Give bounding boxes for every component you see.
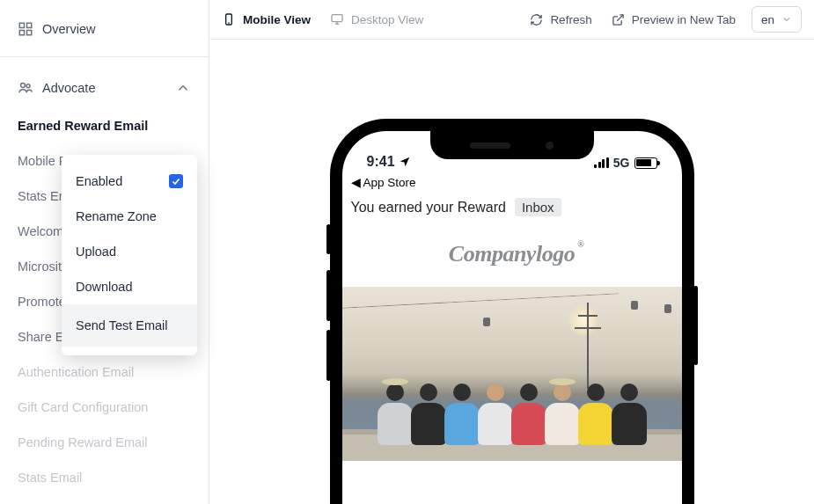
refresh-label: Refresh bbox=[550, 13, 591, 26]
menu-download[interactable]: Download bbox=[62, 269, 197, 304]
mobile-icon bbox=[222, 12, 236, 26]
advocate-label: Advocate bbox=[42, 81, 95, 95]
sidebar-item[interactable]: Authentication Email bbox=[18, 354, 191, 390]
refresh-icon bbox=[530, 13, 543, 26]
phone-volume-up bbox=[326, 270, 331, 321]
menu-rename-label: Rename Zone bbox=[76, 209, 157, 223]
menu-send-test-email[interactable]: Send Test Email bbox=[62, 304, 197, 347]
language-select[interactable]: en bbox=[752, 6, 802, 33]
phone-mute-switch bbox=[326, 224, 331, 254]
email-headline: You've earned a 20% reward! bbox=[342, 461, 682, 504]
desktop-view-toggle[interactable]: Desktop View bbox=[330, 12, 423, 26]
sidebar-item[interactable]: Earned Reward Email bbox=[18, 108, 191, 143]
users-icon bbox=[18, 80, 33, 96]
phone-mockup: 9:41 5G ◀ App Store You earned your bbox=[330, 119, 694, 504]
svg-rect-2 bbox=[19, 31, 24, 35]
svg-rect-3 bbox=[27, 31, 32, 35]
language-value: en bbox=[761, 13, 774, 26]
svg-rect-8 bbox=[332, 15, 342, 22]
divider bbox=[0, 56, 209, 57]
hero-image bbox=[342, 287, 682, 461]
mobile-view-label: Mobile View bbox=[243, 13, 311, 26]
phone-screen: 9:41 5G ◀ App Store You earned your bbox=[342, 131, 682, 504]
company-logo-text: Companylogo bbox=[449, 241, 575, 267]
sidebar-item[interactable]: Pending Reward Email bbox=[18, 425, 191, 460]
sidebar-item[interactable]: Gift Card Configuration bbox=[18, 390, 191, 425]
svg-rect-1 bbox=[27, 23, 32, 27]
overview-link[interactable]: Overview bbox=[0, 9, 209, 49]
phone-power-button bbox=[693, 286, 698, 365]
status-time: 9:41 bbox=[367, 154, 395, 170]
signal-icon bbox=[594, 157, 609, 168]
phone-volume-down bbox=[326, 330, 331, 381]
refresh-button[interactable]: Refresh bbox=[530, 13, 591, 26]
menu-rename-zone[interactable]: Rename Zone bbox=[62, 199, 197, 234]
email-subject: You earned your Reward bbox=[351, 200, 506, 215]
inbox-badge: Inbox bbox=[515, 198, 561, 216]
sidebar-item[interactable]: Stats Email bbox=[18, 460, 191, 495]
menu-upload[interactable]: Upload bbox=[62, 234, 197, 269]
preview-new-tab-button[interactable]: Preview in New Tab bbox=[612, 13, 736, 26]
desktop-icon bbox=[330, 12, 344, 26]
svg-point-4 bbox=[21, 84, 26, 88]
menu-enabled-label: Enabled bbox=[76, 174, 122, 188]
svg-point-5 bbox=[26, 84, 30, 88]
chevron-up-icon bbox=[175, 80, 191, 96]
svg-line-11 bbox=[617, 14, 623, 20]
phone-notch bbox=[430, 131, 594, 159]
company-logo: Companylogo® bbox=[342, 225, 682, 287]
back-to-appstore: ◀ App Store bbox=[342, 173, 682, 194]
menu-download-label: Download bbox=[76, 280, 133, 294]
desktop-view-label: Desktop View bbox=[351, 13, 423, 26]
check-icon bbox=[171, 176, 181, 186]
grid-icon bbox=[18, 21, 33, 37]
network-label: 5G bbox=[613, 156, 630, 170]
email-subject-row: You earned your Reward Inbox bbox=[342, 194, 682, 225]
preview-toolbar: Mobile View Desktop View Refresh Preview… bbox=[209, 0, 814, 40]
enabled-checkbox[interactable] bbox=[169, 174, 183, 188]
menu-send-test-label: Send Test Email bbox=[76, 318, 168, 332]
menu-enabled[interactable]: Enabled bbox=[62, 164, 197, 199]
svg-rect-0 bbox=[19, 23, 24, 27]
battery-icon bbox=[634, 157, 657, 169]
menu-upload-label: Upload bbox=[76, 245, 116, 259]
overview-label: Overview bbox=[42, 22, 95, 36]
preview-label: Preview in New Tab bbox=[632, 13, 736, 26]
mobile-view-toggle[interactable]: Mobile View bbox=[222, 12, 311, 26]
chevron-down-icon bbox=[781, 14, 792, 25]
external-link-icon bbox=[612, 13, 625, 26]
advocate-section[interactable]: Advocate bbox=[0, 68, 209, 108]
item-context-menu: Enabled Rename Zone Upload Download Send… bbox=[62, 155, 197, 355]
location-icon bbox=[399, 156, 411, 168]
